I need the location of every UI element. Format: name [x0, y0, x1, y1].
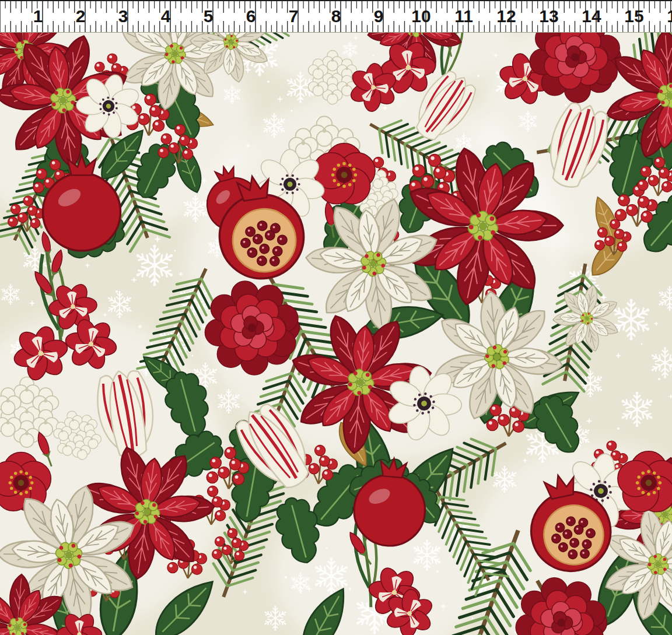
snow-dot [267, 80, 270, 83]
snow-dot [617, 427, 620, 430]
ruler-inch-label: 4 [161, 6, 171, 26]
snow-dot [116, 290, 118, 293]
snow-dot [192, 355, 194, 357]
ruler-inch-label: 12 [496, 6, 516, 26]
ruler-inch-label: 14 [582, 6, 601, 26]
ruler-inch-label: 11 [454, 6, 473, 26]
ruler-inch-label: 5 [204, 6, 214, 26]
ruler-inch-label: 2 [76, 6, 86, 26]
ruler-inch-label: 13 [539, 6, 558, 26]
snow-dot [536, 431, 538, 433]
snow-dot [658, 378, 660, 380]
snow-dot [472, 618, 474, 619]
snow-dot [641, 343, 643, 345]
ruler-inch-label: 10 [411, 6, 430, 26]
ruler-inch-label: 6 [246, 6, 256, 26]
snow-dot [174, 250, 176, 252]
floral-fabric-pattern [0, 0, 672, 635]
ruler-inch-label: 3 [118, 6, 128, 26]
ruler-inch-label: 9 [374, 6, 384, 26]
ruler-inch-label: 8 [331, 6, 341, 26]
ruler-inch-label: 16 [667, 6, 672, 26]
ruler-inch-label: 7 [289, 6, 299, 26]
measuring-tape-ruler: 12345678910111213141516 [0, 0, 672, 32]
fabric-swatch-image: 12345678910111213141516 [0, 0, 672, 635]
ruler-inch-label: 15 [624, 6, 643, 26]
ruler-inch-label: 1 [33, 6, 43, 26]
